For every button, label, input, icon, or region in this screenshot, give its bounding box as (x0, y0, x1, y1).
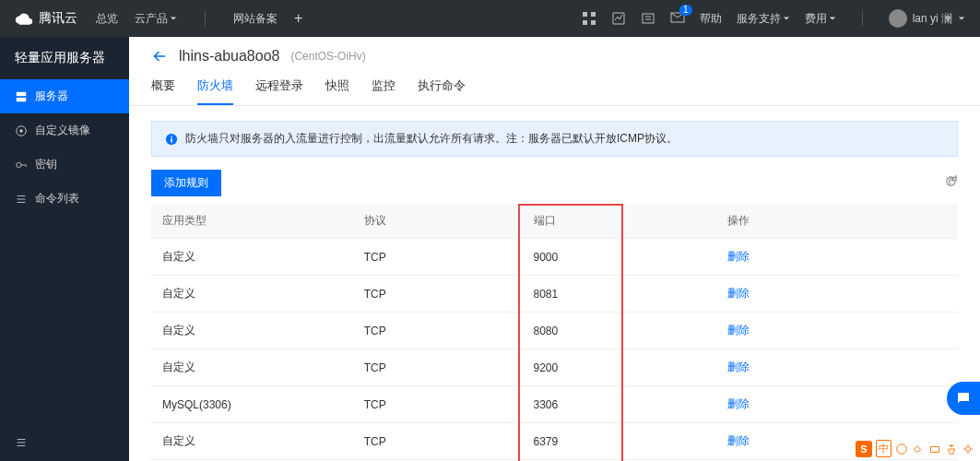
cell-proto: TCP (353, 313, 523, 349)
main-content: lhins-abua8oo8 (CentOS-OiHv) 概要 防火墙 远程登录… (129, 37, 980, 461)
cell-proto: TCP (353, 276, 523, 313)
nav-overview[interactable]: 总览 (96, 11, 118, 27)
cell-proto: TCP (353, 386, 523, 423)
top-nav: 总览 云产品 网站备案 + (96, 10, 302, 27)
brand-logo[interactable]: 腾讯云 (15, 9, 77, 28)
cell-proto: TCP (353, 423, 523, 460)
delete-link[interactable]: 删除 (727, 361, 750, 373)
delete-link[interactable]: 删除 (727, 324, 750, 337)
svg-point-16 (965, 446, 970, 451)
page-subtitle: (CentOS-OiHv) (290, 50, 365, 63)
svg-rect-0 (583, 12, 587, 17)
tab-firewall[interactable]: 防火墙 (197, 77, 233, 105)
cell-port: 3306 (523, 386, 716, 423)
avatar (889, 9, 907, 28)
disc-icon (15, 124, 28, 137)
cell-port: 9200 (523, 349, 716, 386)
svg-rect-3 (591, 20, 596, 25)
col-proto: 协议 (353, 204, 523, 239)
back-arrow-icon[interactable] (151, 48, 168, 65)
refresh-icon (944, 174, 958, 188)
sidebar: 轻量应用服务器 服务器 自定义镜像 密钥 命令列表 (0, 37, 129, 461)
cell-type: 自定义 (151, 276, 353, 313)
delete-link[interactable]: 删除 (727, 397, 750, 410)
delete-link[interactable]: 删除 (727, 287, 750, 300)
ime-icon-3[interactable] (928, 443, 941, 455)
chevron-down-icon (958, 15, 965, 22)
ime-tray: S 中 (856, 440, 974, 457)
top-bar: 腾讯云 总览 云产品 网站备案 + 帮助 服务支持 费用 lan yi 澜 (0, 0, 980, 37)
grid-icon[interactable] (582, 11, 596, 26)
page-title: lhins-abua8oo8 (179, 48, 279, 65)
table-row: 自定义TCP9200删除 (151, 349, 958, 386)
nav-billing[interactable]: 费用 (805, 11, 836, 27)
ime-icon-1[interactable] (895, 443, 908, 455)
nav-beian[interactable]: 网站备案 (233, 11, 277, 27)
refresh-button[interactable] (944, 174, 958, 192)
tab-overview[interactable]: 概要 (151, 77, 175, 105)
svg-rect-6 (17, 91, 27, 95)
col-op: 操作 (716, 204, 959, 239)
divider (862, 11, 863, 26)
ime-icon-2[interactable] (912, 443, 925, 455)
mail-icon (670, 10, 685, 25)
ime-icon-5[interactable] (962, 443, 974, 455)
sidebar-item-key[interactable]: 密钥 (0, 148, 129, 182)
add-rule-button[interactable]: 添加规则 (151, 170, 221, 196)
table-row: 自定义TCP8080删除 (151, 313, 958, 349)
banner-text: 防火墙只对服务器的入流量进行控制，出流量默认允许所有请求。注：服务器已默认开放I… (185, 131, 678, 147)
svg-rect-1 (591, 12, 596, 17)
col-port: 端口 (523, 204, 716, 239)
cell-port: 8081 (523, 276, 716, 313)
chevron-down-icon (829, 15, 836, 22)
svg-rect-15 (931, 446, 939, 452)
sidebar-item-cmd[interactable]: 命令列表 (0, 182, 129, 216)
sidebar-item-server[interactable]: 服务器 (0, 79, 129, 113)
tab-remote[interactable]: 远程登录 (255, 77, 303, 105)
tab-exec[interactable]: 执行命令 (418, 77, 466, 105)
ime-lang[interactable]: 中 (876, 440, 891, 457)
chat-icon (955, 390, 972, 407)
cloud-icon (15, 9, 33, 28)
cell-proto: TCP (353, 349, 523, 386)
activity-icon[interactable] (611, 11, 626, 26)
cell-port: 6379 (523, 423, 716, 460)
top-right: 帮助 服务支持 费用 lan yi 澜 (582, 9, 965, 28)
svg-rect-7 (17, 97, 27, 100)
username: lan yi 澜 (913, 11, 952, 27)
delete-link[interactable]: 删除 (727, 250, 750, 263)
sidebar-item-image[interactable]: 自定义镜像 (0, 113, 129, 148)
rules-table: 应用类型 协议 端口 操作 自定义TCP9000删除自定义TCP8081删除自定… (151, 204, 958, 461)
cell-type: 自定义 (151, 423, 353, 460)
collapse-icon (15, 436, 28, 449)
ime-s-icon[interactable]: S (856, 441, 872, 457)
ticket-icon[interactable] (641, 11, 655, 26)
delete-link[interactable]: 删除 (727, 434, 750, 447)
sidebar-collapse[interactable] (0, 427, 129, 461)
notification-badge[interactable] (670, 10, 685, 28)
ime-icon-4[interactable] (945, 443, 958, 455)
table-row: 自定义TCP6379删除 (151, 423, 958, 460)
chat-fab[interactable] (947, 382, 980, 415)
nav-products[interactable]: 云产品 (135, 11, 177, 27)
cell-type: 自定义 (151, 239, 353, 276)
table-row: 自定义TCP8081删除 (151, 276, 958, 313)
nav-add[interactable]: + (294, 10, 302, 27)
svg-point-14 (897, 443, 907, 454)
tab-monitor[interactable]: 监控 (372, 77, 396, 105)
nav-support[interactable]: 服务支持 (737, 11, 790, 27)
user-menu[interactable]: lan yi 澜 (889, 9, 965, 28)
content-area: 防火墙只对服务器的入流量进行控制，出流量默认允许所有请求。注：服务器已默认开放I… (129, 106, 980, 461)
table-row: 自定义TCP9000删除 (151, 239, 958, 276)
nav-help[interactable]: 帮助 (700, 11, 722, 27)
svg-point-9 (19, 129, 23, 133)
cell-port: 8080 (523, 313, 716, 349)
svg-point-13 (171, 136, 172, 137)
svg-rect-4 (643, 14, 654, 23)
svg-rect-12 (171, 138, 172, 142)
tab-snapshot[interactable]: 快照 (325, 77, 349, 105)
cell-type: 自定义 (151, 313, 353, 349)
svg-rect-2 (583, 20, 587, 25)
info-icon (165, 133, 178, 146)
divider (205, 11, 206, 26)
